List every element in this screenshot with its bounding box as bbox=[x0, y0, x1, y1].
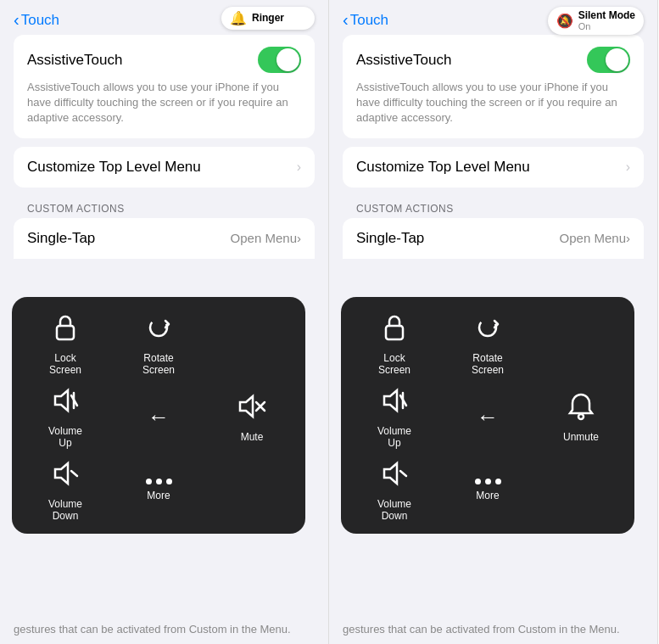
popup-arrow-1[interactable]: ← bbox=[148, 404, 170, 430]
lock-screen-label-2: LockScreen bbox=[378, 352, 410, 377]
single-tap-row-1: Single-Tap Open Menu › bbox=[14, 218, 315, 259]
popup-volume-up-2[interactable]: VolumeUp bbox=[377, 385, 411, 450]
popup-more-2[interactable]: More bbox=[475, 479, 501, 501]
svg-marker-12 bbox=[384, 390, 397, 411]
back-button-2[interactable]: ‹ Touch bbox=[343, 10, 388, 30]
customize-menu-row-1[interactable]: Customize Top Level Menu › bbox=[14, 147, 315, 188]
popup-volume-down-2[interactable]: VolumeDown bbox=[377, 458, 411, 523]
unmute-icon-2 bbox=[566, 391, 596, 426]
volume-up-label-2: VolumeUp bbox=[377, 425, 411, 450]
popup-lock-screen-1[interactable]: LockScreen bbox=[49, 312, 81, 377]
assistive-popup-1: LockScreen RotateScreen VolumeUp ← bbox=[12, 297, 305, 534]
arrow-left-icon-1: ← bbox=[148, 404, 170, 430]
customize-menu-row-2[interactable]: Customize Top Level Menu › bbox=[343, 147, 644, 188]
volume-down-label-2: VolumeDown bbox=[377, 498, 411, 523]
content-silent: AssistiveTouch AssistiveTouch allows you… bbox=[329, 35, 657, 259]
lock-screen-label-1: LockScreen bbox=[49, 352, 81, 377]
single-tap-label-1: Single-Tap bbox=[27, 230, 95, 247]
more-dots-icon-1 bbox=[146, 479, 172, 484]
assistive-touch-title-2: AssistiveTouch bbox=[356, 52, 451, 69]
customize-menu-card-2: Customize Top Level Menu › bbox=[343, 147, 644, 188]
section-header-1: CUSTOM ACTIONS bbox=[14, 196, 315, 218]
open-menu-btn-1[interactable]: Open Menu › bbox=[231, 231, 301, 245]
open-menu-btn-2[interactable]: Open Menu › bbox=[560, 231, 630, 245]
volume-up-icon-1 bbox=[50, 385, 81, 420]
volume-up-label-1: VolumeUp bbox=[48, 425, 82, 450]
mute-label-1: Mute bbox=[241, 431, 264, 443]
nav-bar-silent: ‹ Touch 🔕 Silent Mode On bbox=[329, 0, 657, 35]
rotate-icon-2 bbox=[472, 312, 503, 347]
ringer-status-pill: 🔔 Ringer bbox=[221, 7, 315, 30]
open-menu-text-2: Open Menu bbox=[560, 231, 626, 245]
popup-unmute-2[interactable]: Unmute bbox=[563, 391, 599, 443]
customize-menu-card-1: Customize Top Level Menu › bbox=[14, 147, 315, 188]
assistive-touch-card-1: AssistiveTouch AssistiveTouch allows you… bbox=[14, 35, 315, 138]
more-label-1: More bbox=[147, 490, 170, 501]
single-tap-label-2: Single-Tap bbox=[356, 230, 424, 247]
svg-marker-2 bbox=[55, 390, 68, 411]
panel-ringer: ‹ Touch 🔔 Ringer AssistiveTouch Assistiv… bbox=[0, 0, 329, 644]
single-tap-row-2: Single-Tap Open Menu › bbox=[343, 218, 644, 259]
ringer-pill-title: Ringer bbox=[252, 13, 284, 24]
assistive-touch-card-2: AssistiveTouch AssistiveTouch allows you… bbox=[343, 35, 644, 138]
back-chevron-icon: ‹ bbox=[14, 10, 20, 30]
svg-point-15 bbox=[578, 414, 584, 419]
popup-volume-up-1[interactable]: VolumeUp bbox=[48, 385, 82, 450]
lock-icon-2 bbox=[379, 312, 410, 347]
svg-line-9 bbox=[71, 471, 77, 476]
popup-arrow-2[interactable]: ← bbox=[477, 404, 499, 430]
assistive-touch-title-1: AssistiveTouch bbox=[27, 52, 122, 69]
assistive-row-1: AssistiveTouch bbox=[27, 47, 301, 73]
open-menu-text-1: Open Menu bbox=[231, 231, 297, 245]
popup-rotate-screen-1[interactable]: RotateScreen bbox=[142, 312, 175, 377]
panel-silent: ‹ Touch 🔕 Silent Mode On AssistiveTouch … bbox=[329, 0, 658, 644]
rotate-screen-label-2: RotateScreen bbox=[472, 352, 504, 377]
more-dots-icon-2 bbox=[475, 479, 501, 484]
bottom-text-1: gestures that can be activated from Cust… bbox=[0, 615, 328, 644]
popup-mute-1[interactable]: Mute bbox=[237, 391, 267, 443]
volume-up-icon-2 bbox=[379, 385, 410, 420]
volume-down-icon-1 bbox=[50, 458, 81, 493]
svg-line-17 bbox=[400, 471, 406, 476]
bell-muted-icon: 🔕 bbox=[556, 13, 573, 29]
svg-rect-0 bbox=[57, 326, 74, 339]
back-label-1: Touch bbox=[21, 12, 59, 29]
silent-pill-text: Silent Mode On bbox=[578, 10, 635, 31]
lock-icon-1 bbox=[50, 312, 81, 347]
toggle-knob-2 bbox=[606, 48, 628, 71]
volume-down-icon-2 bbox=[379, 458, 410, 493]
rotate-icon-1 bbox=[143, 312, 174, 347]
toggle-knob-1 bbox=[276, 48, 299, 71]
popup-more-1[interactable]: More bbox=[146, 479, 172, 501]
svg-rect-10 bbox=[386, 326, 403, 339]
svg-marker-8 bbox=[55, 463, 68, 484]
ringer-pill-text: Ringer bbox=[252, 13, 284, 24]
assistive-row-2: AssistiveTouch bbox=[356, 47, 630, 73]
popup-grid-1: LockScreen RotateScreen VolumeUp ← bbox=[20, 312, 297, 522]
assistive-popup-2: LockScreen RotateScreen VolumeUp ← bbox=[341, 297, 634, 534]
popup-volume-down-1[interactable]: VolumeDown bbox=[48, 458, 82, 523]
silent-status-pill: 🔕 Silent Mode On bbox=[548, 7, 644, 35]
silent-pill-sub: On bbox=[578, 21, 635, 31]
svg-marker-5 bbox=[240, 396, 253, 417]
mute-icon-1 bbox=[237, 391, 267, 426]
popup-lock-screen-2[interactable]: LockScreen bbox=[378, 312, 410, 377]
arrow-left-icon-2: ← bbox=[477, 404, 499, 430]
more-label-2: More bbox=[476, 490, 499, 501]
bottom-text-2: gestures that can be activated from Cust… bbox=[329, 615, 657, 644]
assistive-touch-toggle-1[interactable] bbox=[258, 47, 301, 73]
chevron-right-icon-1: › bbox=[297, 160, 301, 175]
bell-icon-ringer: 🔔 bbox=[230, 10, 247, 26]
back-button-1[interactable]: ‹ Touch bbox=[14, 10, 59, 30]
silent-pill-title: Silent Mode bbox=[578, 10, 635, 21]
unmute-label-2: Unmute bbox=[563, 431, 599, 443]
open-menu-chevron-2: › bbox=[626, 231, 630, 245]
assistive-touch-desc-2: AssistiveTouch allows you to use your iP… bbox=[356, 80, 630, 126]
popup-rotate-screen-2[interactable]: RotateScreen bbox=[472, 312, 504, 377]
chevron-right-icon-2: › bbox=[626, 160, 630, 175]
rotate-screen-label-1: RotateScreen bbox=[142, 352, 175, 377]
svg-marker-16 bbox=[384, 463, 397, 484]
section-header-2: CUSTOM ACTIONS bbox=[343, 196, 644, 218]
assistive-touch-toggle-2[interactable] bbox=[587, 47, 630, 73]
back-label-2: Touch bbox=[350, 12, 388, 29]
